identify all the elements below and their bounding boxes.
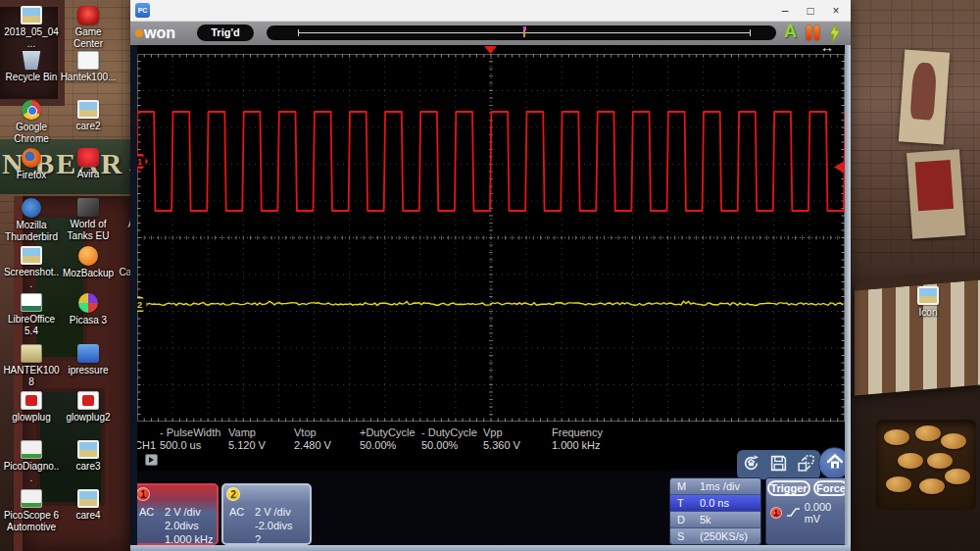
bread — [919, 478, 945, 494]
pause-icon[interactable] — [807, 25, 819, 40]
timebase-key: S — [677, 530, 700, 542]
device-icon — [21, 344, 42, 363]
title-bar[interactable]: PC – □ × — [130, 0, 851, 22]
desktop-icon-label: World of Tanks EU — [60, 219, 117, 241]
desktop-icon-game-center[interactable]: Game Center — [60, 6, 117, 49]
desktop-icon-glowplug[interactable]: glowplug — [3, 391, 60, 424]
trigger-status-badge: Trig'd — [197, 25, 254, 41]
window-bottom-border[interactable] — [130, 545, 851, 551]
owon-logo-o-icon — [135, 29, 143, 37]
timebase-value: (250KS/s) — [700, 530, 748, 542]
desktop-icon-care4[interactable]: care4 — [60, 489, 117, 522]
desktop-icon-2018-05-04[interactable]: 2018_05_04... — [3, 6, 60, 49]
desktop-icon-picasa-3[interactable]: Picasa 3 — [60, 293, 117, 326]
desktop-icon-label: care2 — [60, 121, 117, 132]
desktop-icon-care3[interactable]: care3 — [60, 440, 117, 473]
desktop-icon-picoscope-6-automotive[interactable]: PicoScope 6 Automotive — [3, 489, 60, 532]
measure-value: 2.480 V — [294, 439, 331, 451]
desktop-icon-label: Icon — [900, 307, 956, 319]
timebase-row-M[interactable]: M1ms /div — [670, 478, 760, 495]
desktop-icon-hantek1008[interactable]: HANTEK1008 — [3, 344, 60, 387]
ch2-badge: 2 — [226, 487, 240, 501]
desktop-icon-mozbackup[interactable]: MozBackup — [60, 246, 117, 279]
app-blue-icon — [77, 344, 99, 363]
desktop-icon-label: ipressure — [60, 365, 117, 376]
window-right-border[interactable] — [845, 45, 851, 545]
timebase-row-D[interactable]: D5k — [670, 512, 760, 528]
chrome-icon — [22, 100, 41, 120]
desktop-icon-screenshot[interactable]: Screenshot... — [3, 246, 60, 289]
trigger-panel: Trigger Force 1 0.000 mV — [765, 477, 850, 545]
bread — [927, 453, 953, 469]
auto-set-icon[interactable]: A — [784, 22, 797, 42]
timebase-row-S[interactable]: S(250KS/s) — [670, 528, 760, 544]
desktop-background-right — [851, 0, 980, 551]
measure-label: +DutyCycle — [360, 426, 416, 438]
measure-label: Vpp — [483, 426, 503, 438]
image-icon — [21, 246, 42, 265]
maximize-button[interactable]: □ — [798, 0, 823, 22]
rising-edge-icon — [786, 506, 801, 520]
trigger-button[interactable]: Trigger — [767, 480, 810, 496]
desktop-icon-google-chrome[interactable]: Google Chrome — [3, 100, 60, 144]
desktop-icon-mozilla-thunderbird[interactable]: Mozilla Thunderbird — [3, 198, 60, 242]
force-button[interactable]: Force — [813, 480, 849, 496]
timebase-value: 1ms /div — [700, 480, 740, 492]
firefox-icon — [22, 148, 41, 168]
pdf-icon — [21, 391, 42, 410]
desktop-screen: N BEAR 2018_05_04...Game CenterpicaRecyc… — [0, 0, 980, 551]
measure-label: - PulseWidth — [160, 426, 220, 438]
timebase-key: T — [677, 497, 700, 509]
measure-label: Vamp — [228, 426, 256, 438]
timebase-row-T[interactable]: T0.0 ns — [670, 495, 760, 512]
desktop-icon-care2[interactable]: care2 — [60, 100, 117, 132]
pico-icon — [21, 440, 42, 459]
ch1-info-box[interactable]: 1 AC2 V /div 2.0divs 1.000 kHz — [131, 483, 219, 545]
save-icon[interactable] — [769, 454, 788, 476]
game-icon — [77, 6, 99, 25]
close-button[interactable]: × — [823, 0, 849, 22]
bread — [945, 469, 970, 484]
desktop-icon-glowplug2[interactable]: glowplug2 — [60, 391, 117, 424]
switch-window-icon[interactable] — [797, 454, 815, 476]
desktop-icon-label: glowplug — [3, 412, 60, 424]
desktop-icon-picodiagno[interactable]: PicoDiagno... — [3, 440, 60, 483]
desktop-icon-ipressure[interactable]: ipressure — [60, 344, 117, 376]
desktop-icon-world-of-tanks-eu[interactable]: World of Tanks EU — [60, 198, 117, 241]
desktop-icon-firefox[interactable]: Firefox — [3, 148, 60, 181]
play-button[interactable] — [145, 454, 158, 466]
desktop-icon-libreoffice-5-4[interactable]: LibreOffice 5.4 — [3, 293, 60, 336]
measure-value: 500.0 us — [160, 439, 201, 451]
trigger-settings: 1 0.000 mV — [770, 501, 849, 525]
ch1-frequency: 1.000 kHz — [165, 533, 214, 545]
measure-value: 5.120 V — [228, 439, 266, 451]
ch1-badge: 1 — [136, 487, 150, 501]
bread — [915, 426, 941, 441]
minimize-button[interactable]: – — [772, 0, 798, 22]
desktop-icon-hantek100[interactable]: Hantek100... — [60, 51, 117, 83]
bread — [884, 429, 909, 445]
zoom-reset-icon[interactable] — [742, 454, 760, 476]
scope-display: ↔ — [137, 45, 845, 471]
picasa-icon — [78, 293, 98, 313]
app-icon: PC — [135, 3, 150, 18]
desktop-icon-avira[interactable]: Avira — [60, 148, 117, 180]
image-icon — [917, 286, 939, 305]
horizontal-position-bar[interactable] — [267, 25, 776, 40]
trigger-source-badge: 1 — [770, 507, 782, 519]
desktop-icon-label: PicoDiagno... — [3, 461, 60, 483]
desktop-icon-recycle-bin[interactable]: Recycle Bin — [3, 51, 60, 83]
desktop-icon-label: care3 — [60, 461, 117, 473]
desktop-icon-label: Screenshot... — [3, 267, 60, 289]
desktop-icon-icon[interactable]: Icon — [900, 286, 956, 319]
ch2-position: -2.0divs — [255, 520, 293, 531]
home-icon — [825, 452, 845, 476]
ch2-info-box[interactable]: 2 AC2 V /div -2.0divs ? — [221, 483, 312, 545]
desktop-icon-label: 2018_05_04... — [3, 26, 60, 49]
image-icon — [77, 489, 99, 508]
desktop-icon-label: Picasa 3 — [60, 315, 117, 326]
desktop-icon-label: Game Center — [60, 26, 117, 49]
ch1-position: 2.0divs — [165, 520, 199, 531]
timebase-value: 0.0 ns — [700, 497, 729, 509]
image-icon — [21, 6, 42, 25]
